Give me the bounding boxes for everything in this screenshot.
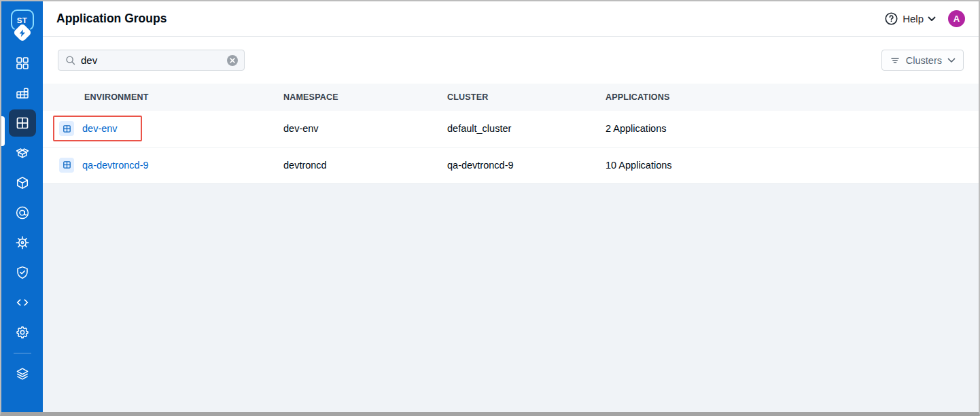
environment-link[interactable]: qa-devtroncd-9 [82, 160, 149, 171]
table-row: qa-devtroncd-9 devtroncd qa-devtroncd-9 … [43, 148, 979, 184]
environment-cell-content: qa-devtroncd-9 [53, 152, 173, 178]
sidebar: ST [1, 1, 43, 412]
open-box-icon [14, 145, 31, 161]
page-title: Application Groups [56, 12, 167, 26]
application-groups-icon [14, 115, 31, 131]
table-row: dev-env dev-env default_cluster 2 Applic… [43, 111, 979, 148]
column-header-environment: ENVIRONMENT [43, 92, 283, 102]
table-body: dev-env dev-env default_cluster 2 Applic… [43, 111, 979, 184]
help-icon [884, 12, 898, 26]
helm-wheel-icon [14, 235, 31, 251]
clusters-filter-label: Clusters [906, 55, 942, 66]
clusters-filter-button[interactable]: Clusters [881, 50, 964, 71]
at-circle-icon [14, 205, 31, 221]
help-label: Help [903, 13, 924, 24]
search-icon [65, 54, 76, 66]
search-box [58, 50, 245, 71]
sidebar-nav [9, 50, 36, 390]
namespace-cell: devtroncd [283, 160, 447, 171]
namespace-cell: dev-env [283, 123, 447, 134]
environment-cell: qa-devtroncd-9 [43, 152, 283, 178]
sidebar-item-application-groups[interactable] [9, 109, 36, 137]
cluster-cell: default_cluster [447, 123, 606, 134]
avatar-initial: A [953, 14, 960, 24]
search-input[interactable] [81, 54, 222, 66]
chevron-down-icon [947, 58, 956, 63]
header-actions: Help A [884, 10, 965, 27]
sidebar-item-packages[interactable] [9, 169, 36, 196]
page-background [43, 184, 979, 412]
clear-search-button[interactable] [227, 55, 238, 66]
layers-icon [14, 366, 31, 382]
sidebar-item-applications[interactable] [9, 50, 36, 77]
app-group-icon [59, 121, 74, 136]
page-header: Application Groups Help A [43, 1, 979, 37]
cube-icon [14, 175, 31, 191]
shield-check-icon [14, 264, 31, 281]
app-window: ST [0, 0, 980, 416]
environment-link[interactable]: dev-env [82, 123, 118, 134]
column-header-namespace: NAMESPACE [283, 92, 447, 102]
sidebar-item-stack-manager[interactable] [9, 360, 36, 387]
table-header: ENVIRONMENTNAMESPACECLUSTERAPPLICATIONS [43, 84, 979, 111]
toolbar: Clusters [43, 37, 979, 84]
sidebar-item-code[interactable] [9, 289, 36, 316]
sidebar-item-chart-store[interactable] [9, 139, 36, 167]
avatar[interactable]: A [948, 10, 965, 27]
sidebar-item-global-config[interactable] [9, 319, 36, 346]
applications-cell: 2 Applications [606, 123, 979, 134]
sidebar-item-security[interactable] [9, 259, 36, 286]
jobs-icon [14, 85, 31, 101]
chevron-down-icon [928, 16, 936, 22]
cluster-cell: qa-devtroncd-9 [447, 160, 606, 171]
applications-cell: 10 Applications [606, 160, 979, 171]
gear-icon [14, 324, 31, 341]
sidebar-item-jobs[interactable] [9, 80, 36, 107]
column-header-cluster: CLUSTER [447, 92, 606, 102]
environment-cell-content: dev-env [53, 116, 142, 141]
app-group-icon [59, 158, 74, 173]
sidebar-divider [14, 353, 31, 353]
help-menu[interactable]: Help [884, 12, 936, 26]
column-header-applications: APPLICATIONS [606, 92, 979, 102]
environment-cell: dev-env [43, 116, 283, 141]
sidebar-expand-handle[interactable] [1, 116, 5, 146]
apps-grid-icon [14, 55, 31, 71]
app-logo[interactable]: ST [11, 10, 34, 39]
sidebar-item-helm[interactable] [9, 229, 36, 256]
filter-icon [890, 55, 900, 66]
main-content: Application Groups Help A [43, 1, 979, 412]
sidebar-item-target[interactable] [9, 199, 36, 226]
close-icon [230, 58, 235, 63]
code-icon [14, 294, 31, 311]
